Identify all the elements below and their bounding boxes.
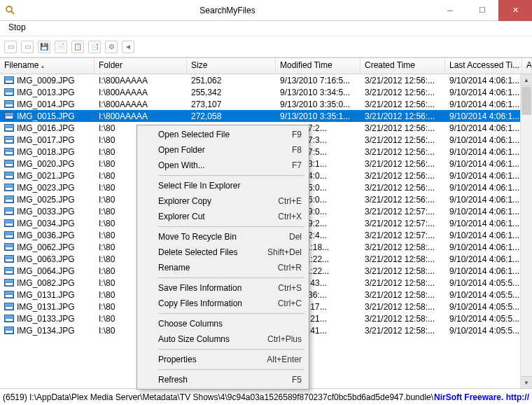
filename-text: IMG_0023.JPG [17, 183, 75, 193]
cell-filename: IMG_0020.JPG [0, 159, 94, 169]
vertical-scrollbar[interactable]: ▲ ▼ [520, 74, 532, 388]
context-item[interactable]: Choose Columns [139, 316, 307, 331]
toolbar-icon-2[interactable]: ▭ [21, 41, 34, 53]
close-button[interactable]: ✕ [498, 0, 532, 21]
cell-filename: IMG_0018.JPG [0, 147, 94, 157]
toolbar-icon-7[interactable]: ⚙ [105, 41, 118, 53]
context-separator [158, 277, 304, 278]
context-item-shortcut: F5 [292, 375, 302, 385]
toolbar-icon-6[interactable]: 📑 [88, 41, 101, 53]
cell-folder: I:\800AAAAA [94, 111, 187, 121]
context-item[interactable]: Open FolderF8 [139, 142, 307, 158]
context-item-label: Choose Columns [158, 319, 302, 329]
col-created[interactable]: Created Time [360, 58, 445, 74]
filename-text: IMG_0020.JPG [17, 159, 75, 169]
cell-created: 3/21/2012 12:56:... [360, 99, 445, 109]
context-item-shortcut: Ctrl+R [278, 263, 302, 273]
cell-created: 3/21/2012 12:58:... [360, 242, 445, 252]
image-file-icon [4, 124, 14, 132]
image-file-icon [4, 279, 14, 287]
context-item[interactable]: Open With...F7 [139, 158, 307, 173]
cell-filename: IMG_0134.JPG [0, 326, 94, 336]
menu-stop[interactable]: Stop [4, 21, 30, 34]
context-item[interactable]: Save Files InformationCtrl+S [139, 280, 307, 296]
context-item-shortcut: F7 [292, 160, 302, 170]
context-item[interactable]: Auto Size ColumnsCtrl+Plus [139, 331, 307, 347]
context-item[interactable]: Move To Recycle BinDel [139, 229, 307, 245]
status-path: (6519) I:\AppData\Plex Media Server\Meta… [3, 392, 434, 402]
cell-created: 3/21/2012 12:58:... [360, 326, 445, 336]
context-item[interactable]: Explorer CutCtrl+X [139, 209, 307, 224]
cell-filename: IMG_0064.JPG [0, 266, 94, 276]
image-file-icon [4, 267, 14, 275]
scroll-up-icon[interactable]: ▲ [521, 74, 532, 86]
image-file-icon [4, 160, 14, 167]
toolbar-icon-1[interactable]: ▭ [4, 41, 17, 53]
context-item[interactable]: RenameCtrl+R [139, 260, 307, 275]
cell-size: 255,342 [187, 88, 276, 97]
col-modified[interactable]: Modified Time [276, 58, 360, 74]
context-item-label: Select File In Explorer [158, 181, 302, 191]
context-item[interactable]: Delete Selected FilesShift+Del [139, 245, 307, 260]
col-filename[interactable]: Filename▴ [0, 58, 94, 74]
table-row[interactable]: IMG_0009.JPGI:\800AAAAA251,0629/13/2010 … [0, 74, 532, 86]
image-file-icon [4, 172, 14, 179]
cell-created: 3/21/2012 12:56:... [360, 147, 445, 157]
context-item-label: Rename [158, 263, 278, 273]
cell-accessed: 9/10/2014 4:06:1... [445, 183, 522, 193]
context-item-shortcut: Ctrl+X [278, 212, 302, 221]
copy-icon[interactable]: 📋 [71, 41, 84, 53]
context-item-shortcut: Del [289, 232, 302, 242]
context-item[interactable]: Explorer CopyCtrl+E [139, 193, 307, 209]
app-icon [0, 5, 21, 16]
image-file-icon [4, 88, 14, 96]
cell-filename: IMG_0082.JPG [0, 278, 94, 288]
filename-text: IMG_0134.JPG [17, 326, 75, 336]
context-item-label: Explorer Cut [158, 212, 278, 221]
cell-accessed: 9/10/2014 4:06:1... [445, 147, 522, 157]
toolbar-icon-8[interactable]: ◄ [122, 41, 134, 53]
minimize-button[interactable]: ─ [434, 0, 466, 21]
context-item-label: Refresh [158, 375, 292, 385]
col-folder[interactable]: Folder [94, 58, 187, 74]
context-item[interactable]: Select File In Explorer [139, 178, 307, 193]
context-item[interactable]: PropertiesAlt+Enter [139, 352, 307, 367]
table-row[interactable]: IMG_0015.JPGI:\800AAAAA272,0589/13/2010 … [0, 110, 532, 122]
filename-text: IMG_0015.JPG [17, 111, 75, 121]
cell-accessed: 9/10/2014 4:06:1... [445, 88, 522, 97]
cell-folder: I:\800AAAAA [94, 99, 187, 109]
cell-size: 251,062 [187, 76, 276, 85]
cell-folder: I:\800AAAAA [94, 88, 187, 97]
cell-folder: I:\800AAAAA [94, 76, 187, 85]
context-item[interactable]: RefreshF5 [139, 372, 307, 387]
col-size[interactable]: Size [187, 58, 276, 74]
image-file-icon [4, 148, 14, 156]
svg-point-0 [6, 6, 12, 12]
context-item-shortcut: Shift+Del [267, 247, 302, 257]
col-accessed[interactable]: Last Accessed Ti... [445, 58, 522, 74]
cell-filename: IMG_0009.JPG [0, 76, 94, 85]
cell-filename: IMG_0015.JPG [0, 111, 94, 121]
context-item[interactable]: Copy Files InformationCtrl+C [139, 296, 307, 311]
table-row[interactable]: IMG_0014.JPGI:\800AAAAA273,1079/13/2010 … [0, 98, 532, 110]
scroll-down-icon[interactable]: ▼ [521, 376, 532, 388]
toolbar-icon-4[interactable]: 📄 [55, 41, 67, 53]
context-item[interactable]: Open Selected FileF9 [139, 127, 307, 142]
image-file-icon [4, 100, 14, 108]
save-icon[interactable]: 💾 [38, 41, 50, 53]
image-file-icon [4, 219, 14, 227]
scroll-thumb[interactable] [522, 87, 531, 115]
cell-modified: 9/13/2010 7:16:5... [276, 76, 360, 85]
filename-text: IMG_0014.JPG [17, 99, 75, 109]
status-link[interactable]: NirSoft Freeware. http:// [434, 392, 529, 402]
filename-text: IMG_0064.JPG [17, 266, 75, 276]
table-row[interactable]: IMG_0013.JPGI:\800AAAAA255,3429/13/2010 … [0, 86, 532, 98]
cell-created: 3/21/2012 12:56:... [360, 135, 445, 145]
cell-created: 3/21/2012 12:58:... [360, 314, 445, 324]
cell-filename: IMG_0021.JPG [0, 171, 94, 181]
col-a[interactable]: A [522, 58, 532, 74]
cell-accessed: 9/10/2014 4:06:1... [445, 195, 522, 205]
maximize-button[interactable]: ☐ [466, 0, 498, 21]
cell-accessed: 9/10/2014 4:06:1... [445, 159, 522, 169]
cell-created: 3/21/2012 12:57:... [360, 219, 445, 228]
